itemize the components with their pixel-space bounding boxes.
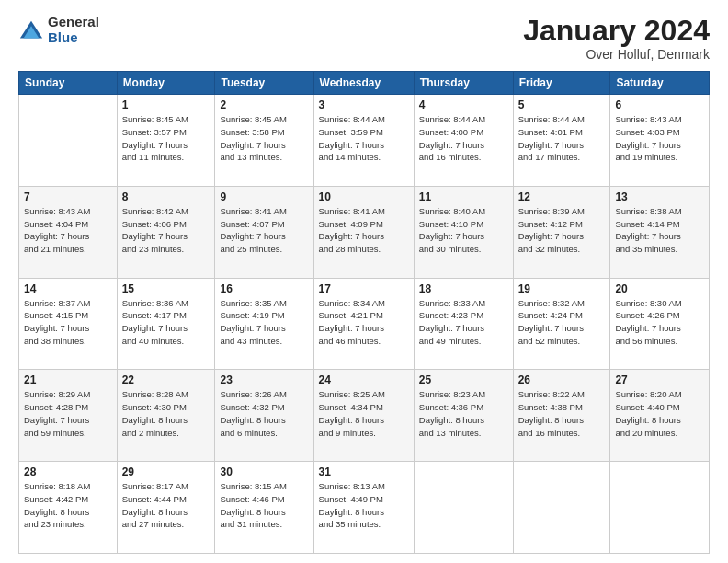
day-info: Sunrise: 8:44 AMSunset: 3:59 PMDaylight:… xyxy=(319,113,409,164)
day-info: Sunrise: 8:20 AMSunset: 4:40 PMDaylight:… xyxy=(615,388,704,439)
day-info: Sunrise: 8:43 AMSunset: 4:04 PMDaylight:… xyxy=(24,205,112,256)
day-info: Sunrise: 8:35 AMSunset: 4:19 PMDaylight:… xyxy=(220,297,308,348)
logo-blue-text: Blue xyxy=(48,30,99,46)
day-cell: 6Sunrise: 8:43 AMSunset: 4:03 PMDaylight… xyxy=(610,95,710,187)
week-row-1: 7Sunrise: 8:43 AMSunset: 4:04 PMDaylight… xyxy=(19,186,710,278)
day-cell: 16Sunrise: 8:35 AMSunset: 4:19 PMDayligh… xyxy=(215,278,313,370)
day-cell: 12Sunrise: 8:39 AMSunset: 4:12 PMDayligh… xyxy=(513,186,610,278)
day-cell: 31Sunrise: 8:13 AMSunset: 4:49 PMDayligh… xyxy=(313,462,414,554)
day-cell: 27Sunrise: 8:20 AMSunset: 4:40 PMDayligh… xyxy=(610,370,710,462)
day-number: 22 xyxy=(122,373,210,386)
day-number: 21 xyxy=(24,373,112,386)
day-cell: 18Sunrise: 8:33 AMSunset: 4:23 PMDayligh… xyxy=(414,278,513,370)
day-number: 24 xyxy=(319,373,409,386)
day-cell: 5Sunrise: 8:44 AMSunset: 4:01 PMDaylight… xyxy=(513,95,610,187)
day-cell: 10Sunrise: 8:41 AMSunset: 4:09 PMDayligh… xyxy=(313,186,414,278)
day-number: 1 xyxy=(122,98,210,111)
calendar-header-row: SundayMondayTuesdayWednesdayThursdayFrid… xyxy=(19,72,710,95)
day-info: Sunrise: 8:30 AMSunset: 4:26 PMDaylight:… xyxy=(615,297,704,348)
day-number: 9 xyxy=(220,190,308,203)
day-cell: 15Sunrise: 8:36 AMSunset: 4:17 PMDayligh… xyxy=(117,278,215,370)
day-cell: 3Sunrise: 8:44 AMSunset: 3:59 PMDaylight… xyxy=(313,95,414,187)
day-info: Sunrise: 8:43 AMSunset: 4:03 PMDaylight:… xyxy=(615,113,704,164)
day-cell: 21Sunrise: 8:29 AMSunset: 4:28 PMDayligh… xyxy=(19,370,118,462)
logo-text: General Blue xyxy=(48,15,99,45)
day-info: Sunrise: 8:44 AMSunset: 4:00 PMDaylight:… xyxy=(419,113,508,164)
day-info: Sunrise: 8:38 AMSunset: 4:14 PMDaylight:… xyxy=(615,205,704,256)
day-number: 19 xyxy=(518,282,606,295)
day-number: 14 xyxy=(24,282,112,295)
calendar-page: General Blue January 2024 Over Holluf, D… xyxy=(0,0,728,563)
day-cell: 20Sunrise: 8:30 AMSunset: 4:26 PMDayligh… xyxy=(610,278,710,370)
day-cell: 2Sunrise: 8:45 AMSunset: 3:58 PMDaylight… xyxy=(215,95,313,187)
day-info: Sunrise: 8:29 AMSunset: 4:28 PMDaylight:… xyxy=(24,388,112,439)
day-cell: 30Sunrise: 8:15 AMSunset: 4:46 PMDayligh… xyxy=(215,462,313,554)
day-info: Sunrise: 8:37 AMSunset: 4:15 PMDaylight:… xyxy=(24,297,112,348)
day-info: Sunrise: 8:28 AMSunset: 4:30 PMDaylight:… xyxy=(122,388,210,439)
day-number: 12 xyxy=(518,190,606,203)
day-info: Sunrise: 8:39 AMSunset: 4:12 PMDaylight:… xyxy=(518,205,606,256)
day-cell: 26Sunrise: 8:22 AMSunset: 4:38 PMDayligh… xyxy=(513,370,610,462)
day-number: 25 xyxy=(419,373,508,386)
day-cell: 7Sunrise: 8:43 AMSunset: 4:04 PMDaylight… xyxy=(19,186,118,278)
day-cell: 1Sunrise: 8:45 AMSunset: 3:57 PMDaylight… xyxy=(117,95,215,187)
day-cell: 19Sunrise: 8:32 AMSunset: 4:24 PMDayligh… xyxy=(513,278,610,370)
day-cell: 11Sunrise: 8:40 AMSunset: 4:10 PMDayligh… xyxy=(414,186,513,278)
week-row-0: 1Sunrise: 8:45 AMSunset: 3:57 PMDaylight… xyxy=(19,95,710,187)
header-cell-monday: Monday xyxy=(117,72,215,95)
location: Over Holluf, Denmark xyxy=(523,47,710,62)
day-info: Sunrise: 8:41 AMSunset: 4:07 PMDaylight:… xyxy=(220,205,308,256)
day-cell: 25Sunrise: 8:23 AMSunset: 4:36 PMDayligh… xyxy=(414,370,513,462)
day-number: 13 xyxy=(615,190,704,203)
day-info: Sunrise: 8:17 AMSunset: 4:44 PMDaylight:… xyxy=(122,480,210,531)
day-cell: 13Sunrise: 8:38 AMSunset: 4:14 PMDayligh… xyxy=(610,186,710,278)
day-number: 17 xyxy=(319,282,409,295)
day-info: Sunrise: 8:40 AMSunset: 4:10 PMDaylight:… xyxy=(419,205,508,256)
day-number: 26 xyxy=(518,373,606,386)
header-cell-wednesday: Wednesday xyxy=(313,72,414,95)
header: General Blue January 2024 Over Holluf, D… xyxy=(18,15,710,62)
day-cell: 28Sunrise: 8:18 AMSunset: 4:42 PMDayligh… xyxy=(19,462,118,554)
day-info: Sunrise: 8:25 AMSunset: 4:34 PMDaylight:… xyxy=(319,388,409,439)
header-cell-friday: Friday xyxy=(513,72,610,95)
day-number: 18 xyxy=(419,282,508,295)
day-number: 27 xyxy=(615,373,704,386)
day-number: 2 xyxy=(220,98,308,111)
day-info: Sunrise: 8:32 AMSunset: 4:24 PMDaylight:… xyxy=(518,297,606,348)
day-cell: 29Sunrise: 8:17 AMSunset: 4:44 PMDayligh… xyxy=(117,462,215,554)
day-number: 3 xyxy=(319,98,409,111)
day-number: 11 xyxy=(419,190,508,203)
week-row-4: 28Sunrise: 8:18 AMSunset: 4:42 PMDayligh… xyxy=(19,462,710,554)
day-number: 30 xyxy=(220,465,308,478)
day-number: 16 xyxy=(220,282,308,295)
day-info: Sunrise: 8:34 AMSunset: 4:21 PMDaylight:… xyxy=(319,297,409,348)
day-info: Sunrise: 8:22 AMSunset: 4:38 PMDaylight:… xyxy=(518,388,606,439)
day-info: Sunrise: 8:36 AMSunset: 4:17 PMDaylight:… xyxy=(122,297,210,348)
day-number: 20 xyxy=(615,282,704,295)
title-block: January 2024 Over Holluf, Denmark xyxy=(523,15,710,62)
day-cell xyxy=(513,462,610,554)
day-number: 23 xyxy=(220,373,308,386)
day-cell: 4Sunrise: 8:44 AMSunset: 4:00 PMDaylight… xyxy=(414,95,513,187)
day-info: Sunrise: 8:13 AMSunset: 4:49 PMDaylight:… xyxy=(319,480,409,531)
day-number: 15 xyxy=(122,282,210,295)
header-cell-sunday: Sunday xyxy=(19,72,118,95)
day-info: Sunrise: 8:18 AMSunset: 4:42 PMDaylight:… xyxy=(24,480,112,531)
day-number: 28 xyxy=(24,465,112,478)
day-cell: 17Sunrise: 8:34 AMSunset: 4:21 PMDayligh… xyxy=(313,278,414,370)
header-cell-saturday: Saturday xyxy=(610,72,710,95)
week-row-2: 14Sunrise: 8:37 AMSunset: 4:15 PMDayligh… xyxy=(19,278,710,370)
day-info: Sunrise: 8:45 AMSunset: 3:58 PMDaylight:… xyxy=(220,113,308,164)
day-cell: 9Sunrise: 8:41 AMSunset: 4:07 PMDaylight… xyxy=(215,186,313,278)
day-cell xyxy=(19,95,118,187)
day-info: Sunrise: 8:45 AMSunset: 3:57 PMDaylight:… xyxy=(122,113,210,164)
day-info: Sunrise: 8:33 AMSunset: 4:23 PMDaylight:… xyxy=(419,297,508,348)
week-row-3: 21Sunrise: 8:29 AMSunset: 4:28 PMDayligh… xyxy=(19,370,710,462)
day-number: 4 xyxy=(419,98,508,111)
day-info: Sunrise: 8:26 AMSunset: 4:32 PMDaylight:… xyxy=(220,388,308,439)
day-cell: 14Sunrise: 8:37 AMSunset: 4:15 PMDayligh… xyxy=(19,278,118,370)
day-number: 8 xyxy=(122,190,210,203)
header-cell-thursday: Thursday xyxy=(414,72,513,95)
calendar-table: SundayMondayTuesdayWednesdayThursdayFrid… xyxy=(18,71,710,554)
logo: General Blue xyxy=(18,15,99,45)
